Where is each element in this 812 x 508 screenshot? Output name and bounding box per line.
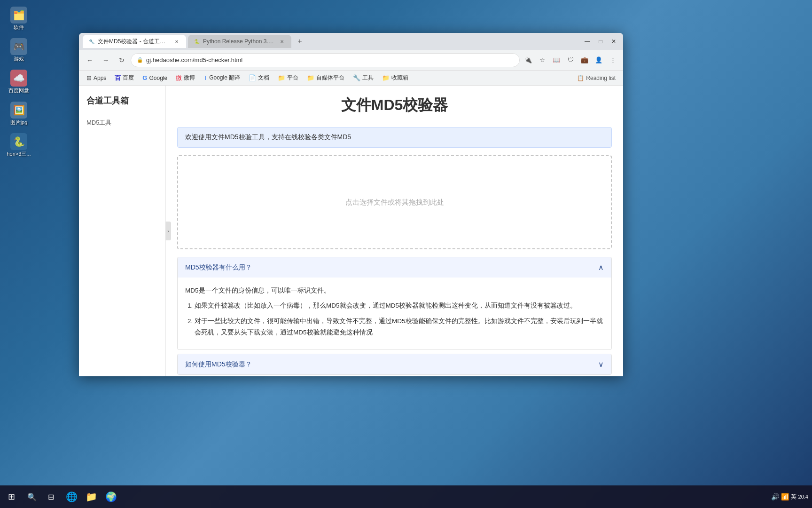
accordion-what-is-md5: MD5校验器有什么用？ ∧ MD5是一个文件的身份信息，可以唯一标识文件。 如果… — [177, 257, 612, 350]
account-button[interactable]: 👤 — [592, 54, 605, 67]
google-icon: G — [142, 74, 147, 81]
bookmark-baidu[interactable]: 百 百度 — [111, 72, 138, 84]
desktop-icon-python-label: hon>3三... — [7, 151, 31, 157]
bookmark-weibo-label: 微博 — [184, 74, 195, 82]
shoucang-icon: 📁 — [382, 74, 390, 81]
page-title: 文件MD5校验器 — [177, 95, 612, 116]
desktop-icon-photos[interactable]: 🖼️ 图片jpg — [2, 100, 35, 127]
page-content: 合道工具箱 MD5工具 › 文件MD5校验器 欢迎使用文件MD5校验工具，支持在… — [79, 86, 623, 376]
close-button[interactable]: ✕ — [608, 36, 619, 47]
sidebar: 合道工具箱 MD5工具 › — [79, 86, 166, 376]
desktop-icon-netdisk[interactable]: ☁️ 百度网盘 — [2, 68, 35, 95]
bookmark-wendang-label: 文档 — [258, 74, 269, 82]
drop-zone-placeholder: 点击选择文件或将其拖拽到此处 — [345, 198, 444, 207]
tab-python-favicon: 🐍 — [194, 38, 200, 45]
main-area: 文件MD5校验器 欢迎使用文件MD5校验工具，支持在线校验各类文件MD5 点击选… — [166, 86, 623, 376]
browser-window: 🔧 文件MD5校验器 - 合道工具箱 ✕ 🐍 Python Release Py… — [79, 33, 623, 376]
title-bar: 🔧 文件MD5校验器 - 合道工具箱 ✕ 🐍 Python Release Py… — [79, 33, 623, 50]
taskbar: ⊞ 🔍 ⊟ 🌐 📁 🌍 🔊 📶 英 20:4 — [0, 485, 812, 508]
bookmark-google-label: Google — [149, 75, 167, 81]
bookmark-gongju-label: 工具 — [362, 74, 374, 82]
lock-icon: 🔒 — [137, 57, 143, 63]
desktop-icons-container: 🗂️ 软件 🎮 游戏 ☁️ 百度网盘 🖼️ 图片jpg 🐍 hon>3三... — [0, 0, 38, 159]
bookmark-google-translate[interactable]: T Google 翻译 — [200, 72, 244, 83]
sidebar-toggle[interactable]: › — [165, 222, 171, 240]
sidebar-item-md5[interactable]: MD5工具 — [86, 116, 158, 130]
pingtai-icon: 📁 — [278, 74, 285, 81]
tab-md5-checker[interactable]: 🔧 文件MD5校验器 - 合道工具箱 ✕ — [83, 35, 186, 48]
accordion-how-question: 如何使用MD5校验器？ — [185, 360, 252, 369]
taskbar-explorer[interactable]: 📁 — [82, 487, 101, 506]
wendang-icon: 📄 — [249, 74, 256, 81]
desktop-icon-photos-label: 图片jpg — [10, 119, 28, 126]
taskbar-search-button[interactable]: 🔍 — [23, 485, 41, 508]
back-button[interactable]: ← — [83, 53, 97, 67]
tab-python-close[interactable]: ✕ — [278, 38, 286, 45]
accordion-md5-body: MD5是一个文件的身份信息，可以唯一标识文件。 如果文件被篡改（比如放入一个病毒… — [178, 278, 611, 349]
star-button[interactable]: ☆ — [536, 54, 549, 67]
taskbar-apps-button[interactable]: ⊟ — [41, 485, 60, 508]
desktop-icon-software[interactable]: 🗂️ 软件 — [2, 5, 35, 32]
address-bar[interactable]: 🔒 gj.hedaoshe.com/md5-checker.html — [131, 53, 520, 67]
reading-list-icon: 📋 — [577, 75, 584, 81]
file-drop-zone[interactable]: 点击选择文件或将其拖拽到此处 — [177, 155, 612, 249]
bookmarks-bar: ⊞ Apps 百 百度 G Google 微 微博 T Google 翻译 📄 … — [79, 71, 623, 86]
window-controls: — □ ✕ — [582, 36, 619, 47]
taskbar-time: 20:4 — [798, 493, 808, 500]
accordion-how-to-use: 如何使用MD5校验器？ ∨ — [177, 354, 612, 375]
url-text: gj.hedaoshe.com/md5-checker.html — [146, 56, 514, 64]
accordion-md5-header[interactable]: MD5校验器有什么用？ ∧ — [178, 257, 611, 278]
bookmark-pingtai-label: 平台 — [287, 74, 298, 82]
start-button[interactable]: ⊞ — [0, 485, 23, 508]
accordion-how-header[interactable]: 如何使用MD5校验器？ ∨ — [178, 354, 611, 374]
desktop-icon-software-label: 软件 — [14, 24, 24, 31]
system-tray-icons: 🔊 📶 — [771, 493, 789, 500]
accordion-md5-item-2: 对于一些比较大的文件，很可能传输中出错，导致文件不完整，通过MD5校验能确保文件… — [195, 316, 604, 339]
settings-button[interactable]: ⋮ — [606, 54, 619, 67]
read-aloud-button[interactable]: 📖 — [550, 54, 563, 67]
reload-button[interactable]: ↻ — [115, 53, 129, 67]
bookmark-gongju[interactable]: 🔧 工具 — [349, 72, 377, 83]
bookmark-pingtai[interactable]: 📁 平台 — [274, 72, 302, 83]
gongju-icon: 🔧 — [353, 74, 360, 81]
bookmark-google-translate-label: Google 翻译 — [209, 74, 240, 82]
desktop-icon-netdisk-label: 百度网盘 — [8, 87, 29, 94]
bookmark-shoucang[interactable]: 📁 收藏箱 — [378, 72, 412, 83]
tab-md5-close[interactable]: ✕ — [173, 38, 180, 45]
bookmark-weibo[interactable]: 微 微博 — [172, 72, 199, 84]
taskbar-system: 🔊 📶 英 20:4 — [771, 493, 812, 501]
tab-python[interactable]: 🐍 Python Release Python 3.10.2... ✕ — [188, 35, 291, 48]
taskbar-chrome[interactable]: 🌍 — [102, 487, 120, 506]
bookmark-apps[interactable]: ⊞ Apps — [83, 73, 110, 83]
bookmark-apps-label: Apps — [94, 75, 106, 81]
weibo-icon: 微 — [176, 74, 182, 82]
accordion-md5-intro: MD5是一个文件的身份信息，可以唯一标识文件。 — [185, 285, 604, 296]
forward-button[interactable]: → — [99, 53, 113, 67]
bookmark-google[interactable]: G Google — [139, 73, 171, 83]
bookmark-zimeiti[interactable]: 📁 自媒体平台 — [303, 72, 348, 83]
tab-md5-title: 文件MD5校验器 - 合道工具箱 — [98, 38, 170, 46]
desktop-icon-games[interactable]: 🎮 游戏 — [2, 36, 35, 64]
new-tab-button[interactable]: + — [293, 35, 306, 48]
desktop-icon-python[interactable]: 🐍 hon>3三... — [2, 131, 35, 159]
accordion-md5-list: 如果文件被篡改（比如放入一个病毒），那么MD5就会改变，通过MD5校验器就能检测… — [195, 300, 604, 338]
site-title: 合道工具箱 — [86, 95, 158, 106]
extensions-button[interactable]: 🔌 — [522, 54, 535, 67]
baidu-icon: 百 — [115, 74, 121, 82]
taskbar-edge[interactable]: 🌐 — [62, 487, 81, 506]
reading-list-label: Reading list — [586, 75, 616, 81]
reading-list-button[interactable]: 📋 Reading list — [573, 73, 619, 83]
nav-right-icons: 🔌 ☆ 📖 🛡 💼 👤 ⋮ — [522, 54, 619, 67]
minimize-button[interactable]: — — [582, 36, 593, 47]
restore-button[interactable]: □ — [595, 36, 606, 47]
bookmark-baidu-label: 百度 — [123, 74, 134, 82]
tab-md5-favicon: 🔧 — [88, 38, 95, 45]
bookmark-wendang[interactable]: 📄 文档 — [245, 72, 273, 83]
wallet-button[interactable]: 💼 — [578, 54, 591, 67]
tab-python-title: Python Release Python 3.10.2... — [203, 38, 275, 45]
bookmark-zimeiti-label: 自媒体平台 — [316, 74, 344, 82]
shield-button[interactable]: 🛡 — [564, 54, 577, 67]
bookmark-shoucang-label: 收藏箱 — [391, 74, 408, 82]
welcome-banner: 欢迎使用文件MD5校验工具，支持在线校验各类文件MD5 — [177, 127, 612, 148]
accordion-md5-chevron-up: ∧ — [598, 263, 604, 272]
